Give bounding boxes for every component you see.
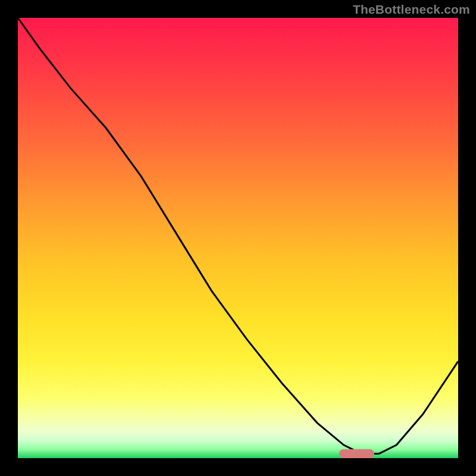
bottleneck-curve [18,18,458,458]
watermark-text: TheBottleneck.com [353,2,470,17]
chart-frame: TheBottleneck.com [0,0,476,476]
curve-path [18,18,458,454]
plot-area [18,18,458,458]
optimal-range-marker [339,449,374,458]
